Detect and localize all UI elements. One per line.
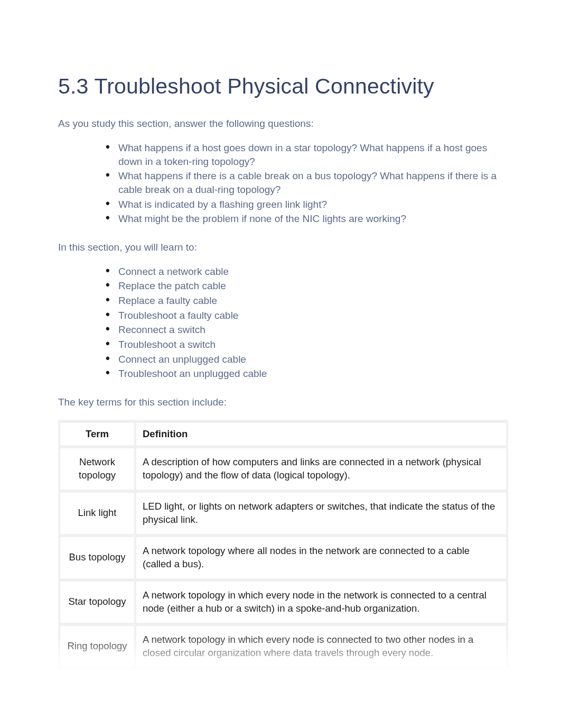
- list-item: Troubleshoot a faulty cable: [106, 309, 508, 322]
- term-cell: Bus topology: [60, 537, 134, 578]
- list-item: What happens if there is a cable break o…: [106, 169, 508, 196]
- list-item: Reconnect a switch: [106, 323, 508, 337]
- questions-list: What happens if a host goes down in a st…: [58, 141, 508, 226]
- intro-learn: In this section, you will learn to:: [58, 242, 508, 253]
- definition-cell: A network topology in which every node i…: [136, 626, 506, 667]
- term-cell: Network topology: [60, 448, 134, 490]
- definition-cell: A network topology where all nodes in th…: [136, 537, 506, 578]
- term-cell: Ring topology: [60, 626, 134, 667]
- intro-terms: The key terms for this section include:: [58, 397, 508, 408]
- table-row: Link light LED light, or lights on netwo…: [60, 493, 506, 534]
- table-row: Star topology A network topology in whic…: [60, 582, 506, 623]
- list-item: What might be the problem if none of the…: [106, 212, 508, 226]
- definition-cell: LED light, or lights on network adapters…: [136, 493, 506, 534]
- list-item: What is indicated by a flashing green li…: [106, 198, 508, 211]
- terms-table: Term Definition Network topology A descr…: [58, 420, 508, 670]
- list-item: What happens if a host goes down in a st…: [106, 141, 508, 168]
- table-row: Network topology A description of how co…: [60, 448, 506, 490]
- list-item: Troubleshoot an unplugged cable: [106, 367, 508, 381]
- term-cell: Link light: [60, 493, 134, 534]
- page-title: 5.3 Troubleshoot Physical Connectivity: [58, 74, 508, 99]
- definition-cell: A network topology in which every node i…: [136, 582, 506, 623]
- terms-table-wrap: Term Definition Network topology A descr…: [58, 420, 508, 670]
- intro-questions: As you study this section, answer the fo…: [58, 118, 508, 130]
- table-header-definition: Definition: [136, 423, 506, 445]
- list-item: Connect an unplugged cable: [106, 353, 508, 366]
- list-item: Replace the patch cable: [106, 279, 508, 293]
- table-header-term: Term: [60, 423, 134, 445]
- list-item: Troubleshoot a switch: [106, 338, 508, 352]
- table-row: Bus topology A network topology where al…: [60, 537, 506, 578]
- list-item: Replace a faulty cable: [106, 294, 508, 308]
- list-item: Connect a network cable: [106, 265, 508, 279]
- table-row: Ring topology A network topology in whic…: [60, 626, 506, 667]
- definition-cell: A description of how computers and links…: [136, 448, 506, 490]
- term-cell: Star topology: [60, 582, 134, 623]
- learn-list: Connect a network cable Replace the patc…: [58, 265, 508, 381]
